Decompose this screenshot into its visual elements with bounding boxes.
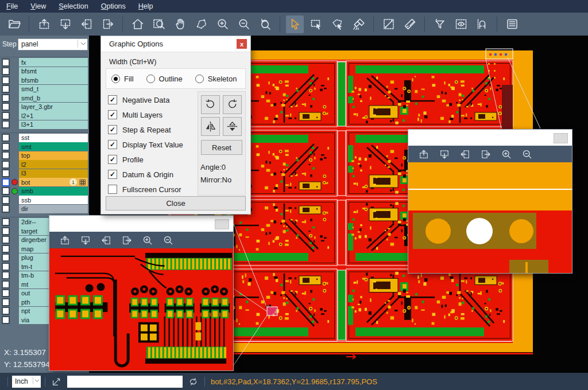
view-options-button[interactable] — [452, 15, 470, 33]
checkbox-row[interactable]: ✓Datum & Origin — [108, 167, 183, 182]
step-select[interactable]: panel — [18, 38, 88, 50]
layer-name[interactable]: smb — [19, 187, 88, 196]
layer-checkbox[interactable] — [2, 196, 10, 204]
rotate-ccw-button[interactable] — [223, 95, 242, 114]
mirror-horizontal-button[interactable] — [201, 117, 220, 136]
layer-checkbox[interactable] — [2, 67, 10, 75]
layer-checkbox[interactable] — [2, 151, 10, 159]
pan-up-button[interactable] — [57, 233, 72, 247]
checkbox[interactable]: ✓ — [108, 140, 117, 149]
zoom-window-button[interactable] — [150, 15, 168, 33]
layer-name[interactable]: l2 — [19, 160, 88, 169]
layer-checkbox[interactable] — [2, 280, 10, 288]
zoom-previous-button[interactable] — [256, 15, 274, 33]
layer-checkbox[interactable] — [2, 271, 10, 279]
layer-checkbox[interactable] — [2, 178, 10, 186]
rotate-cw-button[interactable] — [201, 95, 220, 114]
checkbox[interactable]: ✓ — [108, 170, 117, 179]
mirror-vertical-button[interactable] — [223, 117, 242, 136]
layer-name[interactable]: smd_b — [19, 93, 88, 102]
layers-panel-button[interactable] — [503, 15, 521, 33]
zoom-in-button[interactable] — [499, 147, 514, 161]
grid-icon[interactable] — [79, 179, 86, 186]
menu-item-options[interactable]: Options — [95, 0, 132, 13]
layer-checkbox[interactable] — [2, 218, 10, 226]
layer-name[interactable]: dir — [19, 205, 88, 213]
layer-checkbox[interactable] — [2, 316, 10, 324]
magnifier-content-right[interactable] — [408, 162, 572, 273]
magnifier-window-right[interactable] — [408, 129, 572, 274]
radio-fill[interactable]: Fill — [111, 75, 134, 83]
pan-down-button[interactable] — [56, 15, 74, 33]
layer-name[interactable]: smt — [19, 142, 88, 151]
checkbox-row[interactable]: ✓Step & Repeat — [108, 122, 183, 137]
select-polygon-button[interactable] — [328, 15, 346, 33]
checkbox[interactable]: ✓ — [108, 110, 117, 119]
magnifier-titlebar[interactable] — [49, 216, 233, 232]
layer-checkbox[interactable] — [2, 298, 10, 306]
checkbox[interactable]: ✓ — [108, 95, 117, 104]
window-button[interactable] — [215, 219, 229, 229]
layer-name[interactable]: smd_t — [19, 85, 88, 93]
angle-measure-icon[interactable] — [51, 376, 62, 387]
dialog-titlebar[interactable]: Graphic Options x — [101, 36, 250, 52]
layer-checkbox[interactable] — [2, 169, 10, 177]
command-input[interactable] — [67, 376, 183, 388]
layer-name[interactable]: l3+1 — [19, 120, 88, 129]
zoom-in-button[interactable] — [140, 233, 155, 247]
pan-left-button[interactable] — [99, 233, 114, 247]
open-folder-button[interactable] — [5, 15, 23, 33]
pan-right-button[interactable] — [99, 15, 117, 33]
layer-checkbox[interactable] — [2, 187, 10, 195]
measure-ruler-button[interactable] — [401, 15, 419, 33]
checkbox-row[interactable]: ✓Profile — [108, 152, 183, 167]
snap-magnet-button[interactable] — [473, 15, 491, 33]
pan-left-button[interactable] — [78, 15, 95, 33]
layer-checkbox[interactable] — [2, 120, 10, 128]
magnifier-window-left[interactable] — [49, 215, 234, 371]
layer-checkbox[interactable] — [2, 112, 10, 120]
pan-hand-button[interactable] — [171, 15, 189, 33]
layer-checkbox[interactable] — [2, 289, 10, 297]
zoom-in-button[interactable] — [214, 15, 231, 33]
checkbox[interactable] — [108, 185, 117, 194]
magnifier-titlebar[interactable] — [408, 130, 572, 146]
radio-outline[interactable]: Outline — [146, 75, 183, 83]
pan-up-button[interactable] — [416, 147, 431, 161]
layer-name[interactable]: bfsmt — [19, 67, 88, 76]
layer-checkbox[interactable] — [2, 85, 10, 93]
pan-up-button[interactable] — [35, 15, 53, 33]
pad-selection[interactable] — [267, 307, 277, 315]
layer-name[interactable]: ssb — [19, 196, 88, 204]
menu-item-view[interactable]: View — [24, 0, 52, 13]
layer-checkbox[interactable] — [2, 227, 10, 235]
select-rect-button[interactable] — [307, 15, 325, 33]
layer-checkbox[interactable] — [2, 94, 10, 102]
zoom-out-button[interactable] — [161, 233, 176, 247]
reset-button[interactable]: Reset — [201, 140, 242, 155]
layer-checkbox[interactable] — [2, 103, 10, 111]
menu-item-selection[interactable]: Selection — [52, 0, 94, 13]
layer-name[interactable]: top — [19, 151, 88, 160]
checkbox-row[interactable]: ✓Display Text Value — [108, 137, 183, 152]
layer-checkbox[interactable] — [2, 143, 10, 151]
zoom-out-button[interactable] — [520, 147, 535, 161]
layer-name[interactable]: bot1 — [19, 178, 88, 186]
pan-left-button[interactable] — [458, 147, 473, 161]
pan-down-button[interactable] — [78, 233, 93, 247]
layer-checkbox[interactable] — [2, 58, 10, 67]
layer-checkbox[interactable] — [2, 205, 10, 213]
checkbox-row[interactable]: ✓Multi Layers — [108, 107, 183, 122]
zoom-out-button[interactable] — [235, 15, 253, 33]
layer-name[interactable]: l2+1 — [19, 111, 88, 120]
layer-checkbox[interactable] — [2, 307, 10, 315]
layer-checkbox[interactable] — [2, 76, 10, 84]
dialog-close-icon[interactable]: x — [237, 39, 247, 49]
layer-name[interactable]: sst — [19, 134, 88, 142]
layer-checkbox[interactable] — [2, 263, 10, 271]
close-button[interactable]: Close — [106, 196, 246, 210]
layer-checkbox[interactable] — [2, 253, 10, 262]
sync-icon[interactable] — [188, 376, 199, 387]
layer-name[interactable]: l3 — [19, 169, 88, 178]
layer-name[interactable]: layer_3.gbr — [19, 103, 88, 111]
